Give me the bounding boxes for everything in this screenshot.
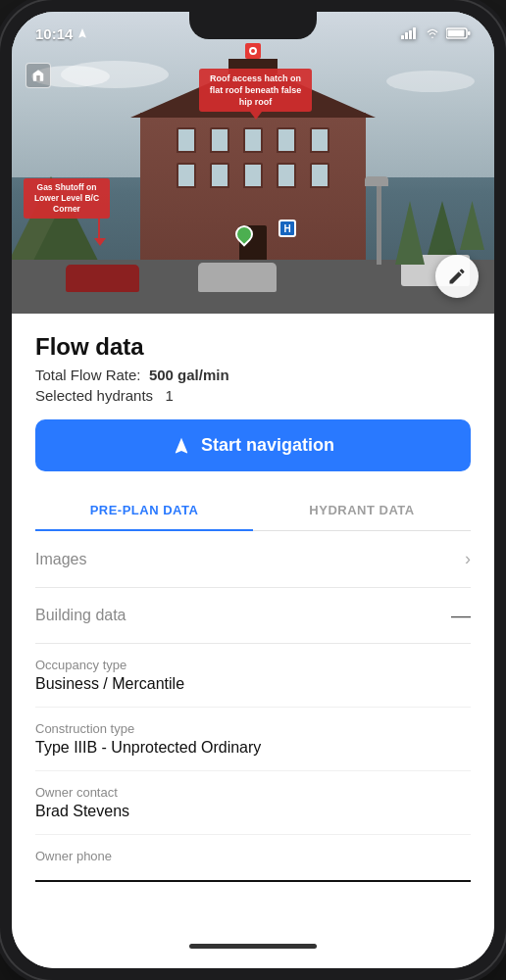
flow-data-section: Flow data Total Flow Rate: 500 gal/min S… xyxy=(35,314,471,404)
roof-annotation: Roof access hatch on flat roof beneath f… xyxy=(199,69,312,112)
owner-phone-label: Owner phone xyxy=(35,849,471,863)
status-icons xyxy=(401,27,471,39)
signal-icon xyxy=(401,27,419,39)
selected-hydrants-value: 1 xyxy=(166,387,174,404)
home-indicator xyxy=(189,944,317,949)
images-list-item[interactable]: Images › xyxy=(35,531,471,588)
tab-hydrant-label: HYDRANT DATA xyxy=(309,503,414,517)
hydrant-row: Selected hydrants 1 xyxy=(35,387,471,404)
tab-hydrant[interactable]: HYDRANT DATA xyxy=(253,491,471,530)
main-building xyxy=(140,113,366,265)
building-data-minus-icon: — xyxy=(451,606,471,625)
location-icon xyxy=(76,27,88,39)
construction-type-field: Construction type Type IIIB - Unprotecte… xyxy=(35,708,471,771)
svg-rect-1 xyxy=(405,32,408,39)
navigation-icon xyxy=(172,436,191,456)
owner-contact-label: Owner contact xyxy=(35,785,471,800)
svg-rect-0 xyxy=(401,35,404,39)
selected-hydrants-label: Selected hydrants xyxy=(35,387,153,404)
wifi-icon xyxy=(425,27,440,39)
notch xyxy=(189,12,317,39)
occupancy-type-value: Business / Mercantile xyxy=(35,675,471,693)
navigation-button-label: Start navigation xyxy=(201,435,334,456)
owner-contact-value: Brad Stevens xyxy=(35,803,471,820)
building-photo: H Roof access hatch on flat roof beneath… xyxy=(12,12,494,314)
edit-icon xyxy=(447,267,467,286)
building-data-list-item[interactable]: Building data — xyxy=(35,588,471,644)
phone-frame: 10:14 xyxy=(0,0,506,980)
start-navigation-button[interactable]: Start navigation xyxy=(35,419,471,471)
trees-right xyxy=(395,201,484,265)
owner-phone-field: Owner phone xyxy=(35,835,471,882)
tab-bar: PRE-PLAN DATA HYDRANT DATA xyxy=(35,491,471,531)
construction-type-value: Type IIIB - Unprotected Ordinary xyxy=(35,739,471,757)
time-display: 10:14 xyxy=(35,25,73,42)
owner-contact-field: Owner contact Brad Stevens xyxy=(35,771,471,835)
images-chevron-icon: › xyxy=(465,549,471,569)
images-label: Images xyxy=(35,551,86,568)
lamp-post-right xyxy=(377,186,381,265)
green-marker xyxy=(235,225,253,243)
battery-icon xyxy=(446,27,471,39)
status-time: 10:14 xyxy=(35,25,88,42)
building-data-label: Building data xyxy=(35,607,126,624)
tab-pre-plan[interactable]: PRE-PLAN DATA xyxy=(35,491,253,531)
svg-rect-5 xyxy=(448,30,465,37)
section-title: Flow data xyxy=(35,314,471,361)
building-icon-badge[interactable] xyxy=(25,63,51,88)
svg-rect-6 xyxy=(468,31,471,35)
occupancy-type-field: Occupancy type Business / Mercantile xyxy=(35,644,471,708)
total-flow-label: Total Flow Rate: xyxy=(35,367,141,383)
total-flow-value: 500 gal/min xyxy=(149,367,229,383)
svg-rect-2 xyxy=(409,30,412,39)
svg-rect-3 xyxy=(413,27,416,39)
tab-pre-plan-label: PRE-PLAN DATA xyxy=(90,503,199,517)
content-area: Flow data Total Flow Rate: 500 gal/min S… xyxy=(12,314,494,968)
construction-type-label: Construction type xyxy=(35,721,471,736)
total-flow-row: Total Flow Rate: 500 gal/min xyxy=(35,367,471,383)
car-left xyxy=(66,265,139,292)
blue-marker: H xyxy=(278,220,296,237)
car-center xyxy=(198,263,277,292)
edit-button[interactable] xyxy=(435,255,479,298)
phone-screen: 10:14 xyxy=(12,12,494,968)
occupancy-type-label: Occupancy type xyxy=(35,658,471,672)
building-icon-svg xyxy=(31,69,45,82)
building-data-fields: Occupancy type Business / Mercantile Con… xyxy=(35,644,471,882)
gas-shutoff-annotation: Gas Shutoff on Lower Level B/C Corner xyxy=(24,178,110,219)
